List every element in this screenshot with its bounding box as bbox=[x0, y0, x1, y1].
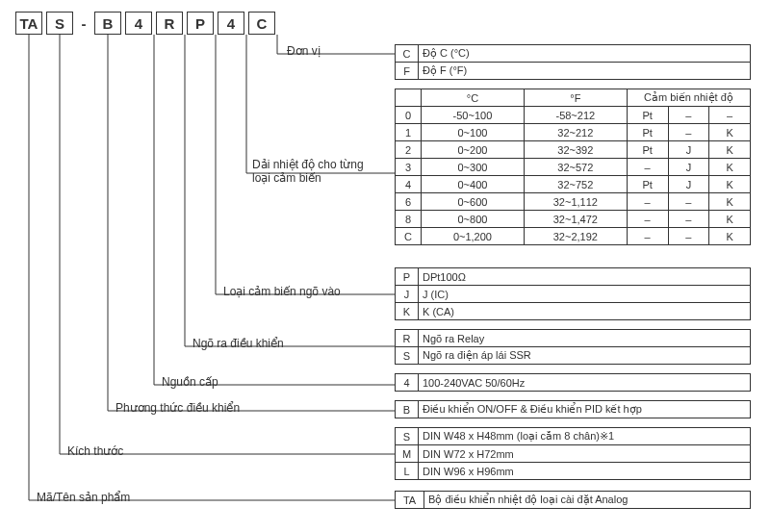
temp-cell: 3 bbox=[396, 159, 422, 176]
key-cell: R bbox=[396, 330, 419, 347]
table-row: MDIN W72 x H72mm bbox=[396, 445, 751, 463]
code-ta: TA bbox=[15, 12, 42, 35]
code-c: C bbox=[248, 12, 275, 35]
code-4b: 4 bbox=[218, 12, 244, 35]
temp-cell: 6 bbox=[396, 193, 422, 211]
temp-cell: J bbox=[668, 159, 709, 176]
temp-h-c: °C bbox=[422, 89, 525, 107]
temp-cell: Pt bbox=[627, 124, 668, 141]
label-ctrl-out: Ngõ ra điều khiển bbox=[192, 337, 284, 350]
temp-cell: – bbox=[668, 107, 709, 124]
val-cell: Ngõ ra điện áp lái SSR bbox=[419, 347, 751, 365]
temp-cell: K bbox=[709, 159, 751, 176]
val-cell: DIN W72 x H72mm bbox=[419, 445, 751, 463]
table-row: PDPt100Ω bbox=[396, 268, 751, 286]
table-row: KK (CA) bbox=[396, 303, 751, 320]
val-cell: Điều khiển ON/OFF & Điều khiển PID kết h… bbox=[419, 401, 751, 418]
table-row: BĐiều khiển ON/OFF & Điều khiển PID kết … bbox=[396, 401, 751, 418]
key-cell: B bbox=[396, 401, 419, 418]
val-cell: Ngõ ra Relay bbox=[419, 330, 751, 347]
val-cell: 100-240VAC 50/60Hz bbox=[419, 374, 751, 392]
table-row: SNgõ ra điện áp lái SSR bbox=[396, 347, 751, 365]
power-table: 4100-240VAC 50/60Hz bbox=[395, 373, 751, 392]
temp-h-blank bbox=[396, 89, 422, 107]
table-row: TABộ điều khiển nhiệt độ loại cài đặt An… bbox=[396, 492, 751, 509]
key-cell: TA bbox=[396, 492, 424, 509]
temp-cell: -58~212 bbox=[524, 107, 627, 124]
table-row: 10~10032~212Pt–K bbox=[396, 124, 751, 141]
temp-cell: -50~100 bbox=[422, 107, 525, 124]
temp-cell: 32~2,192 bbox=[524, 228, 627, 245]
temp-cell: – bbox=[668, 193, 709, 211]
table-row: 60~60032~1,112––K bbox=[396, 193, 751, 211]
temp-cell: K bbox=[709, 193, 751, 211]
val-cell: DPt100Ω bbox=[419, 268, 751, 286]
unit-table: CĐộ C (°C) FĐộ F (°F) bbox=[395, 44, 751, 80]
temp-cell: – bbox=[668, 228, 709, 245]
temp-h-sensor: Cảm biến nhiệt độ bbox=[627, 89, 750, 107]
temp-cell: K bbox=[709, 124, 751, 141]
code-r: R bbox=[156, 12, 183, 35]
temp-cell: 0~1,200 bbox=[422, 228, 525, 245]
label-product: Mã/Tên sản phẩm bbox=[37, 491, 130, 504]
label-power: Nguồn cấp bbox=[162, 375, 218, 389]
temp-cell: J bbox=[668, 176, 709, 193]
temp-cell: 32~572 bbox=[524, 159, 627, 176]
temp-cell: – bbox=[627, 211, 668, 228]
key-cell: M bbox=[396, 445, 419, 463]
table-row: SDIN W48 x H48mm (loại cắm 8 chân)※1 bbox=[396, 428, 751, 445]
temp-cell: C bbox=[396, 228, 422, 245]
temp-cell: Pt bbox=[627, 107, 668, 124]
temp-cell: 1 bbox=[396, 124, 422, 141]
temp-cell: 32~1,112 bbox=[524, 193, 627, 211]
temp-cell: K bbox=[709, 176, 751, 193]
temp-cell: Pt bbox=[627, 141, 668, 159]
code-b: B bbox=[94, 12, 121, 35]
temp-cell: Pt bbox=[627, 176, 668, 193]
table-row: 80~80032~1,472––K bbox=[396, 211, 751, 228]
temp-cell: – bbox=[668, 211, 709, 228]
code-s: S bbox=[46, 12, 73, 35]
temp-cell: J bbox=[668, 141, 709, 159]
temp-table: °C °F Cảm biến nhiệt độ 0-50~100-58~212P… bbox=[395, 89, 751, 245]
temp-cell: 32~212 bbox=[524, 124, 627, 141]
val-cell: DIN W48 x H48mm (loại cắm 8 chân)※1 bbox=[419, 428, 751, 445]
unit-v-f: Độ F (°F) bbox=[419, 63, 751, 80]
temp-cell: 2 bbox=[396, 141, 422, 159]
temp-h-f: °F bbox=[524, 89, 627, 107]
key-cell: 4 bbox=[396, 374, 419, 392]
table-row: 40~40032~752PtJK bbox=[396, 176, 751, 193]
ctrl-out-table: RNgõ ra RelaySNgõ ra điện áp lái SSR bbox=[395, 329, 751, 365]
temp-cell: – bbox=[627, 159, 668, 176]
temp-cell: – bbox=[627, 228, 668, 245]
table-row: LDIN W96 x H96mm bbox=[396, 463, 751, 480]
size-table: SDIN W48 x H48mm (loại cắm 8 chân)※1MDIN… bbox=[395, 427, 751, 480]
temp-cell: 32~752 bbox=[524, 176, 627, 193]
temp-cell: K bbox=[709, 211, 751, 228]
key-cell: S bbox=[396, 347, 419, 365]
label-ctrl-method: Phương thức điều khiển bbox=[116, 401, 240, 415]
temp-cell: – bbox=[709, 107, 751, 124]
table-row: 30~30032~572–JK bbox=[396, 159, 751, 176]
temp-cell: 0~600 bbox=[422, 193, 525, 211]
unit-k-c: C bbox=[396, 45, 419, 63]
table-row: 4100-240VAC 50/60Hz bbox=[396, 374, 751, 392]
code-dash: - bbox=[77, 12, 90, 35]
table-row: RNgõ ra Relay bbox=[396, 330, 751, 347]
label-sensor-in: Loại cảm biến ngõ vào bbox=[223, 285, 341, 298]
temp-cell: 4 bbox=[396, 176, 422, 193]
temp-cell: 0~300 bbox=[422, 159, 525, 176]
key-cell: S bbox=[396, 428, 419, 445]
label-unit: Đơn vị bbox=[287, 44, 321, 58]
ctrl-method-table: BĐiều khiển ON/OFF & Điều khiển PID kết … bbox=[395, 400, 751, 418]
temp-cell: K bbox=[709, 141, 751, 159]
val-cell: J (IC) bbox=[419, 286, 751, 303]
temp-cell: 0~800 bbox=[422, 211, 525, 228]
temp-cell: – bbox=[627, 193, 668, 211]
temp-cell: 32~392 bbox=[524, 141, 627, 159]
label-size: Kích thước bbox=[67, 444, 123, 458]
product-table: TABộ điều khiển nhiệt độ loại cài đặt An… bbox=[395, 491, 751, 509]
temp-cell: 32~1,472 bbox=[524, 211, 627, 228]
key-cell: L bbox=[396, 463, 419, 480]
temp-cell: 8 bbox=[396, 211, 422, 228]
